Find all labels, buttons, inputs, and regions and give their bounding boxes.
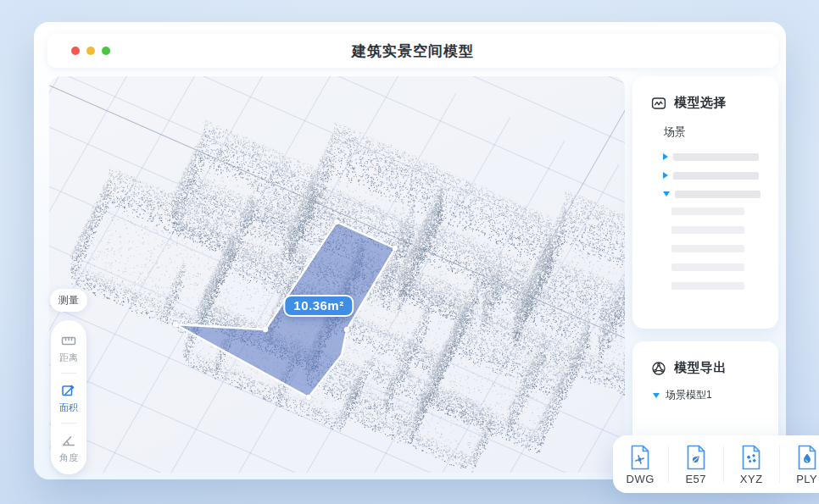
model-select-header: 模型选择 [632,76,778,111]
document-droplet-icon [796,444,818,471]
expand-right-icon[interactable] [663,172,668,179]
sphere-mesh-icon [651,361,666,376]
divider [61,423,76,424]
divider [61,373,76,374]
model-export-header: 模型导出 [632,341,778,376]
tree-child-placeholder[interactable] [671,245,744,252]
app-window: 建筑实景空间模型 10.36m² 测量 距离 面积 [34,22,786,479]
tool-angle-label: 角度 [59,451,78,464]
tree-child-placeholder[interactable] [671,226,744,234]
scene-model-item[interactable]: 场景模型1 [653,388,778,402]
zoom-window-button[interactable] [102,47,110,55]
area-polygon-icon [60,382,77,399]
tree-item-placeholder [675,191,760,198]
document-crosshair-icon [629,444,651,471]
tool-area-label: 面积 [59,402,78,414]
model-select-title: 模型选择 [674,95,727,111]
tool-distance-label: 距离 [59,352,78,364]
model-viewport[interactable]: 10.36m² [49,76,625,473]
export-xyz-label: XYZ [740,473,763,485]
scene-section-label: 场景 [664,125,778,140]
export-e57-button[interactable]: E57 [669,435,724,493]
tree-child-placeholder[interactable] [671,282,744,290]
close-window-button[interactable] [71,47,80,55]
tree-item-collapsed[interactable] [663,170,778,180]
tree-children [663,208,778,290]
tree-item-placeholder [673,172,759,180]
export-dwg-button[interactable]: DWG [613,435,668,493]
ruler-icon [60,332,77,349]
export-ply-label: PLY [796,473,817,485]
measure-toolbar-title: 测量 [50,289,87,312]
document-points-icon [740,444,762,471]
export-xyz-button[interactable]: XYZ [724,435,779,493]
expand-down-icon[interactable] [663,191,670,197]
angle-icon [60,432,77,449]
expand-right-icon[interactable] [663,153,668,160]
area-measurement-label: 10.36m² [283,295,354,317]
tool-distance[interactable]: 距离 [59,330,78,366]
app-stage: 建筑实景空间模型 10.36m² 测量 距离 面积 [0,0,819,504]
activity-wave-icon [651,96,666,111]
export-e57-label: E57 [685,473,706,485]
tool-angle[interactable]: 角度 [59,430,78,466]
expand-down-icon[interactable] [653,393,660,398]
scene-model-label: 场景模型1 [666,388,712,402]
tree-item-collapsed[interactable] [663,152,778,162]
tree-child-placeholder[interactable] [671,208,744,215]
tree-child-placeholder[interactable] [671,263,744,271]
measure-tool-rail: 距离 面积 角度 [51,320,86,474]
model-select-panel: 模型选择 场景 [632,76,778,329]
export-dwg-label: DWG [627,473,655,485]
tree-item-expanded[interactable] [663,189,778,199]
viewport-canvas[interactable] [49,76,625,473]
scene-tree [663,152,778,290]
tree-item-placeholder [673,153,759,161]
tool-area[interactable]: 面积 [59,380,78,416]
page-title: 建筑实景空间模型 [47,42,778,61]
model-export-title: 模型导出 [674,360,727,376]
export-format-bar: DWG E57 [613,435,819,493]
document-pen-icon [685,444,707,471]
traffic-lights [71,47,110,55]
title-bar: 建筑实景空间模型 [47,34,778,68]
export-ply-button[interactable]: PLY [780,435,819,493]
minimize-window-button[interactable] [86,47,95,55]
